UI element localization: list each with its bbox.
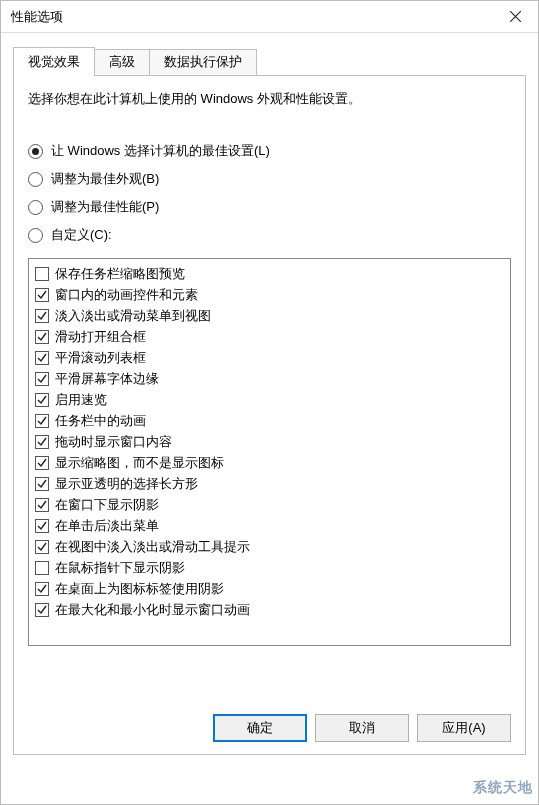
window-title: 性能选项 — [11, 8, 63, 26]
close-icon — [510, 11, 521, 22]
checkbox[interactable] — [35, 519, 49, 533]
radio-indicator — [28, 200, 43, 215]
radio-let-windows-choose[interactable]: 让 Windows 选择计算机的最佳设置(L) — [28, 142, 511, 160]
list-item[interactable]: 在视图中淡入淡出或滑动工具提示 — [35, 536, 504, 557]
radio-indicator — [28, 144, 43, 159]
list-item[interactable]: 在桌面上为图标标签使用阴影 — [35, 578, 504, 599]
option-label: 滑动打开组合框 — [55, 326, 146, 347]
list-item[interactable]: 在最大化和最小化时显示窗口动画 — [35, 599, 504, 620]
option-label: 在桌面上为图标标签使用阴影 — [55, 578, 224, 599]
list-item[interactable]: 在窗口下显示阴影 — [35, 494, 504, 515]
option-label: 窗口内的动画控件和元素 — [55, 284, 198, 305]
titlebar: 性能选项 — [1, 1, 538, 33]
dialog-buttons: 确定 取消 应用(A) — [213, 714, 511, 742]
tab-dep[interactable]: 数据执行保护 — [149, 49, 257, 76]
option-label: 在单击后淡出菜单 — [55, 515, 159, 536]
checkbox[interactable] — [35, 267, 49, 281]
radio-indicator — [28, 228, 43, 243]
panel-description: 选择你想在此计算机上使用的 Windows 外观和性能设置。 — [28, 90, 511, 108]
option-label: 淡入淡出或滑动菜单到视图 — [55, 305, 211, 326]
checkbox[interactable] — [35, 561, 49, 575]
content-area: 视觉效果 高级 数据执行保护 选择你想在此计算机上使用的 Windows 外观和… — [1, 33, 538, 765]
visual-effects-list[interactable]: 保存任务栏缩略图预览窗口内的动画控件和元素淡入淡出或滑动菜单到视图滑动打开组合框… — [28, 258, 511, 646]
list-item[interactable]: 滑动打开组合框 — [35, 326, 504, 347]
option-label: 在窗口下显示阴影 — [55, 494, 159, 515]
list-item[interactable]: 窗口内的动画控件和元素 — [35, 284, 504, 305]
radio-label: 调整为最佳外观(B) — [51, 170, 159, 188]
tab-advanced[interactable]: 高级 — [94, 49, 150, 76]
option-label: 显示亚透明的选择长方形 — [55, 473, 198, 494]
option-label: 在最大化和最小化时显示窗口动画 — [55, 599, 250, 620]
list-item[interactable]: 拖动时显示窗口内容 — [35, 431, 504, 452]
list-item[interactable]: 平滑屏幕字体边缘 — [35, 368, 504, 389]
checkbox[interactable] — [35, 309, 49, 323]
tab-strip: 视觉效果 高级 数据执行保护 — [13, 47, 526, 76]
checkbox[interactable] — [35, 540, 49, 554]
ok-button[interactable]: 确定 — [213, 714, 307, 742]
checkbox[interactable] — [35, 603, 49, 617]
watermark-text: 系统天地 — [473, 779, 533, 797]
checkbox[interactable] — [35, 456, 49, 470]
radio-best-performance[interactable]: 调整为最佳性能(P) — [28, 198, 511, 216]
option-label: 平滑滚动列表框 — [55, 347, 146, 368]
cancel-button[interactable]: 取消 — [315, 714, 409, 742]
checkbox[interactable] — [35, 372, 49, 386]
option-label: 在鼠标指针下显示阴影 — [55, 557, 185, 578]
option-label: 保存任务栏缩略图预览 — [55, 263, 185, 284]
checkbox[interactable] — [35, 288, 49, 302]
checkbox[interactable] — [35, 330, 49, 344]
checkbox[interactable] — [35, 582, 49, 596]
close-button[interactable] — [492, 1, 538, 33]
option-label: 任务栏中的动画 — [55, 410, 146, 431]
checkbox[interactable] — [35, 477, 49, 491]
radio-indicator — [28, 172, 43, 187]
list-item[interactable]: 显示亚透明的选择长方形 — [35, 473, 504, 494]
radio-label: 自定义(C): — [51, 226, 112, 244]
radio-best-appearance[interactable]: 调整为最佳外观(B) — [28, 170, 511, 188]
option-label: 在视图中淡入淡出或滑动工具提示 — [55, 536, 250, 557]
checkbox[interactable] — [35, 435, 49, 449]
option-label: 启用速览 — [55, 389, 107, 410]
list-item[interactable]: 平滑滚动列表框 — [35, 347, 504, 368]
checkbox[interactable] — [35, 498, 49, 512]
tab-panel-visual: 选择你想在此计算机上使用的 Windows 外观和性能设置。 让 Windows… — [13, 75, 526, 755]
checkbox[interactable] — [35, 414, 49, 428]
list-item[interactable]: 任务栏中的动画 — [35, 410, 504, 431]
radio-label: 让 Windows 选择计算机的最佳设置(L) — [51, 142, 270, 160]
list-item[interactable]: 保存任务栏缩略图预览 — [35, 263, 504, 284]
list-item[interactable]: 启用速览 — [35, 389, 504, 410]
option-label: 显示缩略图，而不是显示图标 — [55, 452, 224, 473]
option-label: 拖动时显示窗口内容 — [55, 431, 172, 452]
list-item[interactable]: 在鼠标指针下显示阴影 — [35, 557, 504, 578]
list-item[interactable]: 显示缩略图，而不是显示图标 — [35, 452, 504, 473]
radio-label: 调整为最佳性能(P) — [51, 198, 159, 216]
list-item[interactable]: 淡入淡出或滑动菜单到视图 — [35, 305, 504, 326]
checkbox[interactable] — [35, 351, 49, 365]
apply-button[interactable]: 应用(A) — [417, 714, 511, 742]
checkbox[interactable] — [35, 393, 49, 407]
tab-visual-effects[interactable]: 视觉效果 — [13, 47, 95, 76]
option-label: 平滑屏幕字体边缘 — [55, 368, 159, 389]
radio-custom[interactable]: 自定义(C): — [28, 226, 511, 244]
radio-group: 让 Windows 选择计算机的最佳设置(L) 调整为最佳外观(B) 调整为最佳… — [28, 142, 511, 244]
list-item[interactable]: 在单击后淡出菜单 — [35, 515, 504, 536]
